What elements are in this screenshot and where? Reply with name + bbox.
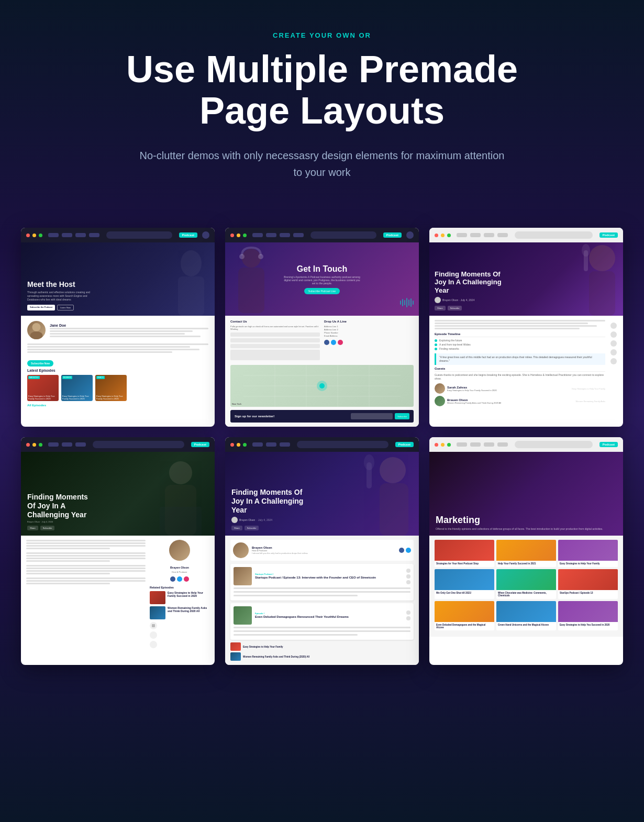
tw-icon-4[interactable] bbox=[177, 576, 182, 582]
article-card-3[interactable]: Easy Strategies to Help Your Family bbox=[558, 540, 618, 566]
svg-point-27 bbox=[364, 454, 374, 470]
card-episode-detail[interactable]: Podcast Finding Moments Of Joy In A Chal… bbox=[429, 228, 623, 427]
subscribe-btn-ep[interactable]: Subscribe bbox=[448, 306, 462, 310]
pod2-icon-1[interactable] bbox=[406, 610, 410, 615]
c4-line6 bbox=[26, 555, 146, 557]
nav5-link2 bbox=[280, 442, 290, 447]
article-card-6[interactable]: StarUps Podcast / Episode 13 bbox=[558, 569, 618, 599]
card-episode-dark[interactable]: Podcast Finding Moments Of Joy In A Chal… bbox=[21, 437, 215, 665]
article-title-5: When Chocolate was Medicine: Comments, C… bbox=[498, 592, 554, 597]
bookmark-icon[interactable] bbox=[610, 349, 617, 356]
wave-bar4 bbox=[406, 298, 407, 307]
card6-hero-content: Marketing Offered to the friendly opinio… bbox=[436, 515, 603, 530]
pod-icon-3[interactable] bbox=[406, 580, 410, 584]
guest-item-1: Sarah Zahras Easy Strategies to Help You… bbox=[435, 383, 605, 394]
pod2-icon-2[interactable] bbox=[406, 616, 410, 620]
fb-icon-4[interactable] bbox=[170, 576, 175, 582]
form-field-name[interactable] bbox=[230, 332, 320, 337]
like-icon-4[interactable] bbox=[150, 641, 157, 648]
ep1-tag: MARKETING bbox=[28, 376, 40, 379]
host-avatar-img bbox=[27, 321, 46, 339]
article-card-9[interactable]: Easy Strategies to Help You Succeed in 2… bbox=[558, 601, 618, 631]
svg-rect-1 bbox=[178, 276, 204, 316]
twitter-icon[interactable] bbox=[331, 340, 336, 345]
nav3-link3 bbox=[497, 233, 508, 237]
subscribe-btn-inline[interactable]: Subscribe Now bbox=[27, 360, 53, 366]
article-card-7[interactable]: Even Deluded Demagogues and the Magical … bbox=[435, 601, 494, 631]
comment-icon[interactable] bbox=[610, 340, 617, 347]
article-card-5[interactable]: When Chocolate was Medicine: Comments, C… bbox=[496, 569, 556, 599]
podcast-tag-2: Episode / bbox=[255, 612, 403, 615]
card6-hero: Marketing Offered to the friendly opinio… bbox=[429, 452, 623, 536]
like-icon[interactable] bbox=[610, 331, 617, 338]
card4-subscribe-btn[interactable]: Subscribe bbox=[40, 526, 55, 530]
nav2-home bbox=[252, 233, 263, 237]
card4-hero-title: Finding Moments Of Joy In A Challenging … bbox=[27, 493, 95, 519]
share-btn[interactable]: Share bbox=[435, 306, 446, 310]
svg-rect-5 bbox=[238, 268, 264, 313]
pod-icon-2[interactable] bbox=[406, 574, 410, 579]
related-title-2: Women Remaining Family Asks and Think Du… bbox=[168, 606, 209, 613]
share-icon-4[interactable] bbox=[150, 631, 157, 639]
ig-icon-4[interactable] bbox=[184, 576, 189, 582]
facebook-icon[interactable] bbox=[324, 340, 329, 345]
episode-thumb-3[interactable]: HEALTH Easy Strategies to Help Your Fami… bbox=[95, 375, 127, 401]
tl-text-2: A and from top-level Wides bbox=[439, 343, 471, 346]
download-icon[interactable] bbox=[610, 358, 617, 364]
card1-subscribe-btn[interactable]: Subscribe the Podcast bbox=[27, 305, 55, 310]
podcast-side-icons-2 bbox=[406, 610, 410, 620]
form-field-message[interactable] bbox=[230, 350, 320, 360]
comment-icon-4[interactable] bbox=[150, 622, 157, 629]
tw-icon-5[interactable] bbox=[406, 548, 411, 553]
newsletter-submit-btn[interactable]: Subscribe bbox=[395, 413, 409, 419]
episode-thumb-1[interactable]: MARKETING Easy Strategies to Help Your F… bbox=[27, 375, 59, 401]
card-meet-host[interactable]: Podcast Meet the Host Through authentic … bbox=[21, 228, 215, 427]
card5-host-socials bbox=[399, 548, 411, 553]
card5-btn1[interactable]: Share bbox=[231, 526, 242, 530]
card4-main-col bbox=[26, 540, 146, 648]
menu-icon-2 bbox=[406, 231, 414, 239]
fb-icon-5[interactable] bbox=[399, 548, 404, 553]
nav4-link2 bbox=[75, 442, 86, 447]
card-marketing[interactable]: Podcast Marketing Offered to the friendl… bbox=[429, 437, 623, 665]
instagram-icon[interactable] bbox=[338, 340, 343, 345]
article-card-4[interactable]: We Only Got One Shut till 2021! bbox=[435, 569, 494, 599]
card3-line2 bbox=[435, 323, 588, 324]
map-label-ny: New York bbox=[232, 403, 241, 405]
newsletter-input[interactable] bbox=[351, 413, 393, 419]
form-field-phone[interactable] bbox=[230, 344, 320, 348]
podcast-desc-2 bbox=[234, 627, 410, 637]
nav3-link2 bbox=[484, 233, 494, 237]
wave-bar2 bbox=[402, 299, 403, 306]
share-icon[interactable] bbox=[610, 323, 617, 329]
article-img-6 bbox=[558, 569, 618, 590]
card1-listen-btn[interactable]: Listen Now bbox=[57, 305, 74, 310]
pod-icon-1[interactable] bbox=[406, 569, 410, 573]
related-title-1: Easy Strategies to Help Your Family Succ… bbox=[168, 591, 209, 597]
form-field-email[interactable] bbox=[230, 338, 320, 342]
article-card-1[interactable]: Strategies for Your Next Podcast Stop bbox=[435, 540, 494, 566]
card6-body: Strategies for Your Next Podcast Stop He… bbox=[429, 536, 623, 637]
podcast-desc-1 bbox=[234, 587, 410, 597]
card4-sidebar-desc: Host & Producer bbox=[150, 571, 209, 573]
card4-two-col: Brayen Olson Host & Producer Related Epi… bbox=[26, 540, 209, 648]
card2-subscribe-btn[interactable]: Subscribe Podcast Live bbox=[304, 288, 340, 294]
article-img-4 bbox=[435, 569, 494, 590]
article-card-2[interactable]: Help Your Family Succeed in 2021 bbox=[496, 540, 556, 566]
map-area: New York bbox=[230, 365, 414, 407]
card4-share-btn[interactable]: Share bbox=[27, 526, 38, 530]
map-grid bbox=[230, 365, 414, 407]
nav6-cta: Podcast bbox=[599, 442, 618, 447]
card5-btns: Share Subscribe bbox=[231, 526, 305, 530]
svg-point-20 bbox=[582, 244, 590, 257]
drop-desc: Address Line 1 Address Line 2 Phone Numb… bbox=[324, 325, 414, 338]
card-contact[interactable]: Podcast Get In Tou bbox=[225, 228, 419, 427]
episode-thumb-2[interactable]: BUSINESS Easy Strategies to Help Your Fa… bbox=[61, 375, 93, 401]
card-episode-sidebar[interactable]: Podcast Finding Moments Of Joy In A Chal… bbox=[225, 437, 419, 665]
article-card-8[interactable]: Green Hand Unicorns and the Magical Alco… bbox=[496, 601, 556, 631]
related-thumb-1 bbox=[150, 591, 165, 604]
pod-line3 bbox=[234, 595, 358, 596]
contact-form-col: Contact Us Pulla gentrude are high so ch… bbox=[230, 320, 320, 362]
card5-btn2[interactable]: Subscribe bbox=[245, 526, 259, 530]
all-episodes-link[interactable]: All Episodes bbox=[27, 404, 208, 407]
